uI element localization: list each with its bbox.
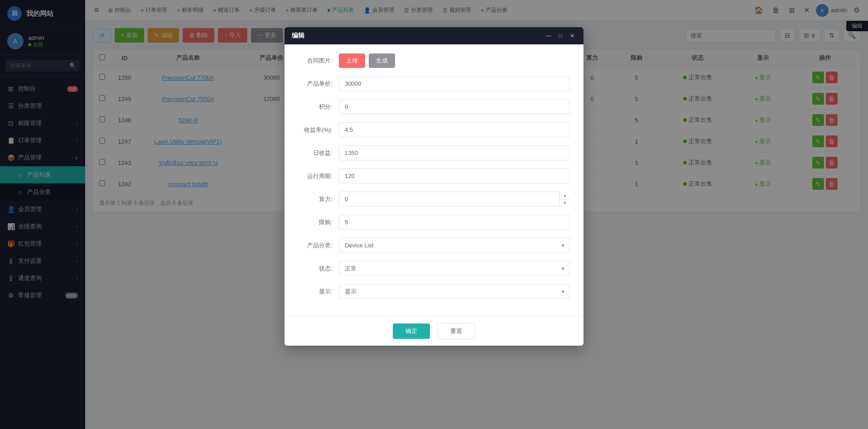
compute-down-button[interactable]: ▼: [560, 199, 570, 207]
compute-label: 算力:: [298, 195, 339, 203]
form-row-points: 积分:: [298, 99, 570, 114]
cycle-input[interactable]: [339, 169, 570, 183]
compute-number-wrap: ▲ ▼: [339, 192, 570, 207]
modal-body: 合同图片: 上传 生成 产品单价: 积分: 收益率(%):: [285, 44, 583, 316]
rate-label: 收益率(%):: [298, 126, 339, 134]
modal-footer: 确定 重置: [285, 316, 583, 346]
modal-controls: — □ ✕: [545, 32, 576, 40]
limit-input[interactable]: [339, 215, 570, 230]
status-label: 状态:: [298, 265, 339, 273]
limit-label: 限购:: [298, 218, 339, 227]
cycle-label: 运行周期:: [298, 172, 339, 180]
category-select-wrap: Device List 产品分类1 产品分类2 ▼: [339, 238, 570, 253]
display-label: 显示:: [298, 288, 339, 296]
category-label: 产品分类:: [298, 241, 339, 250]
status-select-wrap: 正常 下架 ▼: [339, 261, 570, 276]
unit-price-input[interactable]: [339, 76, 570, 91]
unit-price-label: 产品单价:: [298, 80, 339, 88]
display-select[interactable]: 显示 隐藏: [339, 284, 570, 299]
form-row-compute: 算力: ▲ ▼: [298, 192, 570, 207]
confirm-button[interactable]: 确定: [393, 323, 430, 339]
form-row-status: 状态: 正常 下架 ▼: [298, 261, 570, 276]
form-row-rate: 收益率(%):: [298, 122, 570, 137]
compute-input[interactable]: [339, 192, 570, 207]
form-row-category: 产品分类: Device List 产品分类1 产品分类2 ▼: [298, 238, 570, 253]
modal-header: 编辑 — □ ✕: [285, 27, 583, 44]
generate-button[interactable]: 生成: [369, 53, 395, 68]
modal-minimize-button[interactable]: —: [545, 32, 553, 40]
form-row-unit-price: 产品单价:: [298, 76, 570, 91]
category-select[interactable]: Device List 产品分类1 产品分类2: [339, 238, 570, 253]
status-select[interactable]: 正常 下架: [339, 261, 570, 276]
upload-area: 上传 生成: [339, 53, 570, 68]
points-input[interactable]: [339, 99, 570, 114]
modal-close-button[interactable]: ✕: [568, 32, 576, 40]
rate-input[interactable]: [339, 122, 570, 137]
modal-overlay: 编辑 — □ ✕ 合同图片: 上传 生成 产品单价:: [0, 0, 868, 429]
form-row-upload: 合同图片: 上传 生成: [298, 53, 570, 68]
reset-button[interactable]: 重置: [437, 323, 475, 339]
upload-button[interactable]: 上传: [339, 53, 365, 68]
edit-modal: 编辑 — □ ✕ 合同图片: 上传 生成 产品单价:: [285, 27, 583, 346]
points-label: 积分:: [298, 103, 339, 111]
compute-up-button[interactable]: ▲: [560, 192, 570, 199]
display-select-wrap: 显示 隐藏 ▼: [339, 284, 570, 299]
form-row-limit: 限购:: [298, 215, 570, 230]
compute-arrows: ▲ ▼: [559, 192, 570, 207]
modal-title: 编辑: [292, 32, 304, 40]
daily-input[interactable]: [339, 145, 570, 160]
upload-label: 合同图片:: [298, 57, 339, 65]
form-row-display: 显示: 显示 隐藏 ▼: [298, 284, 570, 299]
modal-maximize-button[interactable]: □: [556, 32, 564, 40]
daily-label: 日收益:: [298, 149, 339, 157]
form-row-daily: 日收益:: [298, 145, 570, 160]
form-row-cycle: 运行周期:: [298, 169, 570, 183]
